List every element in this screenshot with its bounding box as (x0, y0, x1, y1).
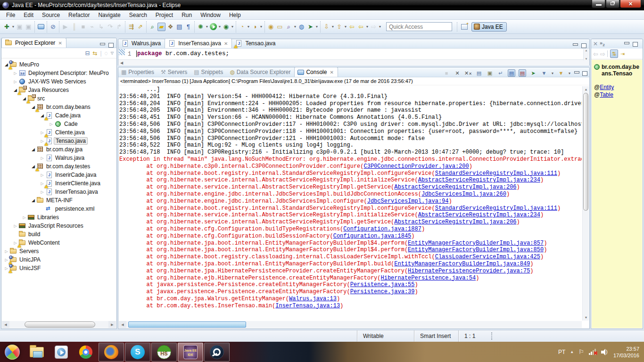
save-all-icon[interactable]: ▣ (25, 23, 33, 31)
taskbar-steam[interactable] (204, 343, 230, 362)
editor-tab-tensao-java[interactable]: JTensao.java (232, 38, 279, 48)
next-annotation-dropdown-icon[interactable]: ▼ (331, 25, 335, 28)
open-web-browser-icon[interactable]: ◍ (297, 23, 305, 31)
expander-icon[interactable]: ▷ (48, 122, 54, 126)
tree-item-libraries[interactable]: ▷Libraries (1, 213, 116, 222)
expander-icon[interactable]: ◢ (30, 147, 36, 152)
show-on-stdout-icon[interactable]: ▤ (508, 69, 515, 77)
remove-all-terminated-icon[interactable]: ✕✕ (464, 69, 472, 77)
menu-file[interactable]: File (2, 11, 19, 19)
tree-item-br-com-day-testes[interactable]: ◢br.com.day.testes (1, 162, 116, 171)
close-view-icon[interactable]: ✕ (58, 41, 62, 46)
open-console-icon[interactable] (37, 23, 45, 31)
console-vscroll-thumb[interactable] (583, 93, 588, 211)
menu-run[interactable]: Run (177, 11, 196, 19)
tree-item-br-com-day-beans[interactable]: ◢br.com.day.beans (1, 103, 116, 111)
close-button[interactable]: ✕ (620, 0, 641, 8)
view-stack-indicator[interactable]: »2 (600, 40, 605, 47)
stack-trace-link[interactable]: C3P0ConnectionProvider.java:200 (363, 163, 469, 170)
tree-item-src[interactable]: ◢src (1, 94, 116, 103)
show-hidden-icons[interactable]: ▲ (570, 350, 574, 354)
stack-trace-link[interactable]: JdbcServicesImpl.java:260 (421, 191, 506, 197)
tree-item-inserircade-java[interactable]: ▷JInserirCade.java (1, 171, 116, 179)
step-return-icon[interactable]: ↱ (115, 23, 123, 31)
expander-icon[interactable]: ▷ (21, 215, 27, 220)
console-vscrollbar[interactable]: ▲ ▼ (582, 86, 589, 321)
menu-refactor[interactable]: Refactor (64, 11, 94, 19)
word-wrap-icon[interactable]: ↵ (497, 69, 504, 77)
restore-button[interactable] (606, 0, 619, 8)
new-java-ee-component-dropdown-icon[interactable]: ▼ (247, 25, 250, 28)
maximize-view-icon[interactable] (632, 41, 638, 47)
taskbar-skype[interactable]: S (125, 343, 150, 362)
maximize-view-icon[interactable] (582, 71, 587, 76)
tree-item-cliente-java[interactable]: ▷JCliente.java (1, 128, 116, 137)
open-declaration-icon[interactable]: ⇥ (620, 51, 625, 57)
expander-icon[interactable]: ▷ (39, 156, 45, 160)
view-tab-console[interactable]: Console✕ (294, 67, 338, 77)
new-wizard-dropdown-icon[interactable]: ▼ (11, 25, 15, 28)
tree-item-build[interactable]: build (1, 230, 116, 239)
pin-console-icon[interactable]: ➤ (529, 69, 537, 77)
stack-trace-link[interactable]: InserTensao.java:13 (275, 303, 340, 309)
tree-item-meta-inf[interactable]: ◢META-INF (1, 196, 116, 205)
stack-trace-link[interactable]: ClassLoaderServiceImpl.java:425 (435, 254, 540, 260)
tree-item-br-com-day-jpa[interactable]: ◢br.com.day.jpa (1, 145, 116, 154)
close-tab-icon[interactable]: ✕ (330, 70, 333, 75)
forward-dropdown-icon[interactable]: ▼ (378, 25, 382, 28)
terminate-icon[interactable]: ■ (79, 23, 87, 31)
close-tab-icon[interactable]: ✕ (224, 41, 228, 46)
coverage-dropdown-icon[interactable]: ▼ (231, 25, 234, 28)
maximize-view-icon[interactable] (108, 42, 114, 48)
forward-icon[interactable]: ⇨ (600, 50, 605, 58)
tree-item-javascript-resources[interactable]: ▷JavaScript Resources (1, 222, 116, 230)
stack-trace-link[interactable]: StandardServiceRegistryImpl.java:111 (435, 170, 557, 177)
debug-icon[interactable]: ✺ (197, 23, 205, 31)
tree-item-inserircliente-java[interactable]: ▷JInserirCliente.java (1, 179, 116, 188)
scroll-lock-icon[interactable]: ▣ (486, 69, 494, 77)
view-tab-snippets[interactable]: ▤Snippets (191, 67, 227, 77)
taskbar-windows-explorer[interactable] (25, 342, 49, 362)
next-annotation-icon[interactable]: ⇩ (322, 23, 330, 31)
suspend-icon[interactable]: ║ (70, 23, 78, 31)
previous-annotation-dropdown-icon[interactable]: ▼ (344, 25, 347, 28)
tree-item-cade[interactable]: ▷CCade (1, 120, 116, 128)
tree-item-unicjsf[interactable]: ▷UnicJSF (1, 264, 116, 272)
search-dropdown-icon[interactable]: ▼ (293, 25, 297, 28)
minimize-button[interactable] (592, 0, 605, 8)
taskbar-chrome[interactable] (74, 342, 98, 362)
open-resource-icon[interactable]: ▭ (276, 23, 284, 31)
view-tab-properties[interactable]: ▦Properties (118, 67, 158, 77)
collapse-all-icon[interactable]: ⊟ (85, 50, 90, 57)
focus-icon[interactable]: ◌ (105, 50, 108, 57)
stack-trace-link[interactable]: HibernatePersistenceProvider.java:75 (408, 268, 530, 274)
perspective-java-ee-button[interactable]: Java EE (471, 22, 507, 32)
new-java-ee-component-icon[interactable]: ◔ (238, 23, 246, 31)
volume-icon[interactable]: ) (601, 349, 609, 355)
show-whitespace-icon[interactable]: ¶ (184, 23, 192, 31)
minimize-view-icon[interactable] (99, 42, 105, 48)
open-ast-icon[interactable]: ❖ (166, 23, 174, 31)
stack-trace-link[interactable]: EntityManagerFactoryBuilderImpl.java:849 (394, 261, 530, 267)
tree-item-walrus-java[interactable]: ▷JWalrus.java (1, 154, 116, 162)
editor-tab-walrus-java[interactable]: JWalrus.java (118, 38, 165, 48)
save-icon[interactable]: ▣ (16, 23, 24, 31)
stack-trace-link[interactable]: AbstractServiceRegistryImpl.java:206 (394, 184, 516, 190)
minimize-view-icon[interactable] (624, 41, 629, 47)
open-perspective-icon[interactable] (461, 24, 468, 30)
tree-item-servers[interactable]: ▷Servers (1, 247, 116, 255)
annotation-link-table[interactable]: Table (600, 91, 613, 98)
stack-trace-link[interactable]: Persistence.java:55 (350, 281, 415, 288)
editor-hscrollbar[interactable]: ◀ (118, 60, 589, 66)
last-edit-location-icon[interactable]: ⇦ (348, 23, 356, 31)
open-console-icon[interactable]: ▼ (557, 69, 565, 77)
taskbar-start-button[interactable] (0, 342, 25, 362)
expander-icon[interactable]: ▷ (3, 249, 9, 254)
link-with-selection-icon[interactable]: ⇅ (610, 49, 618, 58)
minimize-view-icon[interactable] (574, 71, 579, 76)
new-web-component-dropdown-icon[interactable]: ▼ (259, 25, 263, 28)
clear-console-icon[interactable]: ▤ (475, 69, 483, 77)
console-hscrollbar[interactable]: ◀ (119, 321, 582, 328)
display-selected-console-dropdown-icon[interactable]: ▼ (551, 72, 554, 75)
tree-item-tensao-java[interactable]: ▷JTensao.java (1, 137, 116, 145)
